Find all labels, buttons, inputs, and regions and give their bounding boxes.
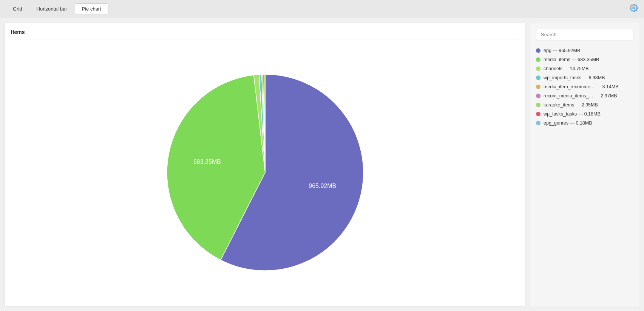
tab-horizontal-bar[interactable]: Horizontal bar [30,3,74,14]
chart-panel: Items 965.92MB683.35MB [5,23,525,306]
search-input[interactable] [536,29,633,40]
tab-pie-chart[interactable]: Pie chart [75,3,108,14]
legend-dot [536,48,541,53]
chart-title: Items [11,29,519,40]
legend-item: epg_genres — 0.18MB [536,120,633,126]
legend-list: epg — 965.92MB media_items — 683.35MB ch… [536,48,633,126]
svg-point-0 [633,7,635,9]
legend-label: media_item_recomme… — 3.14MB [544,84,619,89]
sidebar: epg — 965.92MB media_items — 683.35MB ch… [530,23,639,306]
tab-group: Grid Horizontal bar Pie chart [6,3,108,14]
legend-dot [536,85,541,89]
legend-item: karaoke_items — 2.95MB [536,102,633,108]
legend-dot [536,94,541,98]
pie-label: 965.92MB [309,182,336,189]
chart-area: 965.92MB683.35MB [11,45,519,300]
pie-label: 683.35MB [193,158,221,165]
legend-label: channels — 14.75MB [544,66,589,71]
tab-grid[interactable]: Grid [6,3,29,14]
legend-item: media_item_recomme… — 3.14MB [536,84,633,89]
legend-dot [536,66,541,71]
legend-dot [536,121,541,125]
top-bar: Grid Horizontal bar Pie chart [0,0,644,18]
legend-dot [536,75,541,80]
legend-label: media_items — 683.35MB [544,57,599,62]
main-layout: Items 965.92MB683.35MB epg — 965.92MB me… [0,18,644,311]
legend-label: karaoke_items — 2.95MB [544,102,598,108]
legend-item: epg — 965.92MB [536,48,633,53]
legend-label: epg — 965.92MB [544,48,580,53]
pie-chart-svg: 965.92MB683.35MB [156,63,375,282]
legend-label: wp_imports_tasks — 6.98MB [544,75,605,80]
legend-label: epg_genres — 0.18MB [544,120,592,126]
legend-item: channels — 14.75MB [536,66,633,71]
legend-label: recom_media_items_… — 2.97MB [544,93,617,99]
legend-dot [536,57,541,62]
legend-item: recom_media_items_… — 2.97MB [536,93,633,99]
legend-item: media_items — 683.35MB [536,57,633,62]
legend-item: wp_tasks_tasks — 0.18MB [536,111,633,117]
legend-dot [536,103,541,107]
legend-item: wp_imports_tasks — 6.98MB [536,75,633,80]
legend-dot [536,112,541,116]
settings-button[interactable] [630,4,638,14]
gear-icon [630,4,638,12]
legend-label: wp_tasks_tasks — 0.18MB [544,111,601,117]
